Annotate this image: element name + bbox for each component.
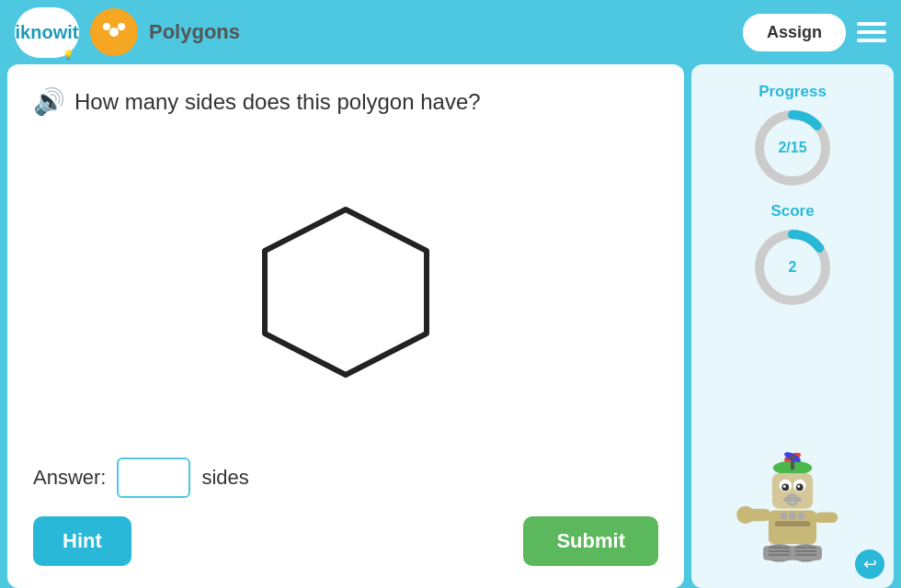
progress-section: Progress 2/15 bbox=[706, 83, 879, 189]
answer-input[interactable] bbox=[117, 458, 190, 498]
hint-button[interactable]: Hint bbox=[33, 516, 131, 566]
submit-button[interactable]: Submit bbox=[523, 516, 658, 566]
question-row: 🔊 How many sides does this polygon have? bbox=[33, 86, 658, 117]
score-label: Score bbox=[770, 202, 814, 220]
logo: iknowit 💡 bbox=[15, 7, 79, 58]
sound-icon[interactable]: 🔊 bbox=[33, 86, 65, 117]
svg-marker-3 bbox=[265, 209, 427, 375]
main-content: 🔊 How many sides does this polygon have?… bbox=[7, 64, 894, 588]
question-text: How many sides does this polygon have? bbox=[74, 89, 481, 115]
side-panel: Progress 2/15 Score 2 bbox=[691, 64, 894, 588]
hexagon-svg bbox=[235, 191, 456, 393]
mascot-robot-svg bbox=[733, 448, 852, 577]
assign-button[interactable]: Assign bbox=[743, 14, 846, 51]
lesson-icon bbox=[90, 8, 138, 56]
question-panel: 🔊 How many sides does this polygon have?… bbox=[7, 64, 684, 588]
svg-point-12 bbox=[790, 455, 795, 460]
answer-prefix: Answer: bbox=[33, 466, 106, 490]
svg-point-19 bbox=[797, 485, 800, 488]
answer-row: Answer: sides bbox=[33, 458, 658, 498]
lesson-title: Polygons bbox=[149, 20, 240, 44]
svg-point-27 bbox=[798, 513, 805, 520]
dots-icon bbox=[99, 17, 129, 47]
menu-button[interactable] bbox=[857, 22, 886, 42]
svg-point-2 bbox=[118, 23, 125, 30]
back-icon: ↩ bbox=[863, 554, 877, 574]
score-value: 2 bbox=[789, 259, 797, 276]
svg-rect-30 bbox=[815, 513, 838, 524]
svg-point-25 bbox=[780, 513, 787, 520]
bottom-buttons: Hint Submit bbox=[33, 516, 658, 566]
header: iknowit 💡 Polygons Assign bbox=[0, 0, 901, 64]
progress-donut: 2/15 bbox=[751, 107, 834, 189]
svg-point-0 bbox=[109, 28, 119, 37]
svg-point-29 bbox=[736, 506, 754, 524]
svg-point-26 bbox=[789, 513, 796, 520]
hamburger-line-2 bbox=[857, 30, 886, 34]
score-donut: 2 bbox=[751, 226, 834, 309]
back-button[interactable]: ↩ bbox=[855, 549, 884, 579]
hamburger-line-1 bbox=[857, 22, 886, 26]
progress-value: 2/15 bbox=[778, 140, 806, 156]
svg-rect-22 bbox=[783, 497, 801, 502]
svg-point-18 bbox=[783, 485, 786, 488]
svg-point-1 bbox=[103, 23, 110, 30]
hamburger-line-3 bbox=[857, 39, 886, 42]
mascot-area bbox=[706, 322, 879, 577]
logo-text: iknowit bbox=[16, 22, 79, 43]
score-section: Score 2 bbox=[706, 202, 879, 309]
answer-suffix: sides bbox=[201, 466, 248, 490]
logo-bulb-icon: 💡 bbox=[63, 50, 74, 60]
svg-rect-24 bbox=[775, 521, 811, 526]
polygon-display bbox=[33, 144, 658, 439]
progress-label: Progress bbox=[758, 83, 827, 101]
header-actions: Assign bbox=[743, 14, 886, 51]
